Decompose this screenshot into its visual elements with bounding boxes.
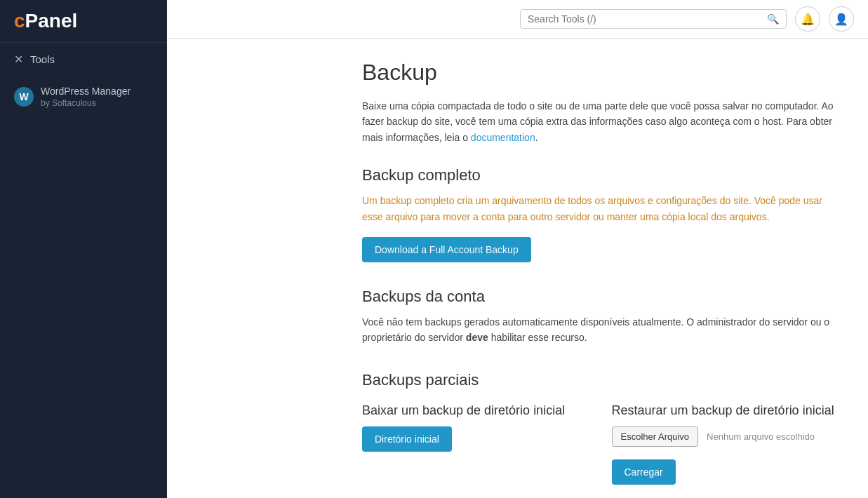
wordpress-title: WordPress Manager (41, 86, 131, 97)
cpanel-logo: cPanel (14, 10, 153, 32)
wordpress-text: WordPress Manager by Softaculous (41, 86, 131, 108)
search-input[interactable] (528, 13, 767, 25)
restaurar-col: Restaurar um backup de diretório inicial… (612, 403, 841, 485)
choose-file-button[interactable]: Escolher Arquivo (612, 426, 699, 447)
sidebar-item-tools-label: Tools (30, 53, 55, 65)
backup-completo-desc: Um backup completo cria um arquivamento … (362, 193, 840, 224)
doc-link[interactable]: documentation (471, 132, 535, 143)
backups-conta-text-start: Você não tem backups gerados automaticam… (362, 316, 829, 343)
logo-area: cPanel (0, 0, 167, 43)
intro-text-start: Baixe uma cópia compactada de todo o sit… (362, 100, 834, 143)
logo-panel: Panel (25, 10, 78, 32)
backups-conta-text: Você não tem backups gerados automaticam… (362, 314, 840, 346)
sidebar: cPanel ✕ Tools W WordPress Manager by So… (0, 0, 167, 498)
intro-text-end: . (535, 132, 538, 143)
intro-text: Baixe uma cópia compactada de todo o sit… (362, 98, 840, 145)
main-content: Backup Baixe uma cópia compactada de tod… (334, 39, 868, 498)
baixar-title: Baixar um backup de diretório inicial (362, 403, 591, 418)
wordpress-logo: W (14, 87, 34, 107)
sidebar-item-wordpress[interactable]: W WordPress Manager by Softaculous (0, 76, 167, 118)
backup-completo-section: Backup completo Um backup completo cria … (362, 166, 840, 262)
tools-icon: ✕ (14, 53, 23, 66)
backups-conta-text-bold: deve (466, 332, 488, 343)
baixar-col: Baixar um backup de diretório inicial Di… (362, 403, 591, 485)
file-chooser-row: Escolher Arquivo Nenhum arquivo escolhid… (612, 426, 841, 447)
search-icon-button[interactable]: 🔍 (767, 13, 779, 25)
logo-c: c (14, 10, 25, 32)
partial-grid: Baixar um backup de diretório inicial Di… (362, 403, 840, 485)
header: 🔍 🔔 👤 (167, 0, 868, 39)
notifications-button[interactable]: 🔔 (795, 6, 820, 32)
diretorio-inicial-button[interactable]: Diretório inicial (362, 426, 452, 452)
user-icon: 👤 (834, 13, 848, 26)
backups-conta-text-end: habilitar esse recurso. (488, 332, 587, 343)
restaurar-title: Restaurar um backup de diretório inicial (612, 403, 841, 418)
backups-conta-section: Backups da conta Você não tem backups ge… (362, 288, 840, 346)
carregar-button[interactable]: Carregar (612, 459, 676, 485)
no-file-label: Nenhum arquivo escolhido (707, 431, 815, 442)
wordpress-subtitle: by Softaculous (41, 98, 131, 108)
backups-parciais-title: Backups parciais (362, 371, 840, 389)
bell-icon: 🔔 (801, 13, 815, 26)
download-full-backup-button[interactable]: Download a Full Account Backup (362, 237, 531, 262)
user-menu-button[interactable]: 👤 (829, 6, 854, 32)
sidebar-item-tools[interactable]: ✕ Tools (0, 43, 167, 76)
search-box[interactable]: 🔍 (520, 9, 787, 29)
backups-parciais-section: Backups parciais Baixar um backup de dir… (362, 371, 840, 485)
page-title: Backup (362, 60, 840, 86)
backups-conta-title: Backups da conta (362, 288, 840, 306)
backup-completo-title: Backup completo (362, 166, 840, 184)
